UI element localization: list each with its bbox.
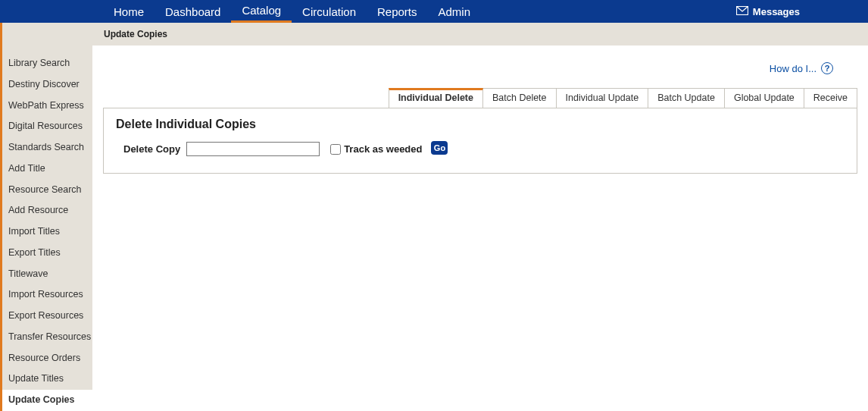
sub-tabs: Individual Delete Batch Delete Individua… [103,88,857,108]
track-as-weeded-checkbox[interactable] [330,144,341,155]
messages-link[interactable]: Messages [736,6,800,17]
sidebar-item-resource-orders[interactable]: Resource Orders [2,348,92,369]
tab-batch-delete[interactable]: Batch Delete [483,88,557,108]
tab-batch-update[interactable]: Batch Update [648,88,725,108]
nav-reports[interactable]: Reports [367,0,428,23]
sidebar-item-update-copies[interactable]: Update Copies [0,390,92,411]
sidebar-item-export-resources[interactable]: Export Resources [2,306,92,327]
nav-home[interactable]: Home [103,0,155,23]
panel-delete-individual-copies: Delete Individual Copies Delete Copy Tra… [103,108,857,174]
page-header: Update Copies [0,23,868,45]
sidebar-item-resource-search[interactable]: Resource Search [2,180,92,201]
sidebar-item-titlewave[interactable]: Titlewave [2,264,92,285]
help-icon: ? [821,62,833,74]
delete-copy-row: Delete Copy Track as weeded Go [116,142,845,156]
delete-copy-label: Delete Copy [123,143,180,155]
help-link-label: How do I... [770,63,816,74]
help-link[interactable]: How do I... ? [770,62,833,74]
tab-global-update[interactable]: Global Update [725,88,804,108]
sidebar-item-standards-search[interactable]: Standards Search [2,137,92,158]
delete-copy-input[interactable] [186,142,320,156]
tab-individual-delete[interactable]: Individual Delete [389,88,483,108]
sidebar-item-add-resource[interactable]: Add Resource [2,200,92,221]
tab-receive[interactable]: Receive [804,88,857,108]
nav-catalog[interactable]: Catalog [231,0,292,23]
track-as-weeded-label: Track as weeded [344,143,422,155]
sidebar-item-add-title[interactable]: Add Title [2,158,92,180]
sidebar-item-digital-resources[interactable]: Digital Resources [2,116,92,137]
nav-dashboard[interactable]: Dashboard [155,0,231,23]
sidebar-item-destiny-discover[interactable]: Destiny Discover [2,74,92,96]
main-content: How do I... ? Individual Delete Batch De… [92,45,868,174]
sidebar-item-webpath-express[interactable]: WebPath Express [2,96,92,117]
sidebar-item-export-titles[interactable]: Export Titles [2,243,92,264]
body: Library Search Destiny Discover WebPath … [0,45,868,410]
sidebar-item-library-search[interactable]: Library Search [2,53,92,74]
sidebar: Library Search Destiny Discover WebPath … [2,45,92,410]
go-button[interactable]: Go [431,141,448,155]
sidebar-item-import-titles[interactable]: Import Titles [2,221,92,243]
mail-icon [736,6,748,17]
messages-label: Messages [753,6,800,17]
sidebar-item-transfer-resources[interactable]: Transfer Resources [2,327,92,348]
sidebar-item-import-resources[interactable]: Import Resources [2,284,92,306]
top-nav: Home Dashboard Catalog Circulation Repor… [0,0,868,23]
panel-title: Delete Individual Copies [116,118,845,131]
sidebar-item-update-titles[interactable]: Update Titles [2,369,92,390]
nav-circulation[interactable]: Circulation [292,0,367,23]
nav-admin[interactable]: Admin [428,0,482,23]
tab-individual-update[interactable]: Individual Update [557,88,649,108]
